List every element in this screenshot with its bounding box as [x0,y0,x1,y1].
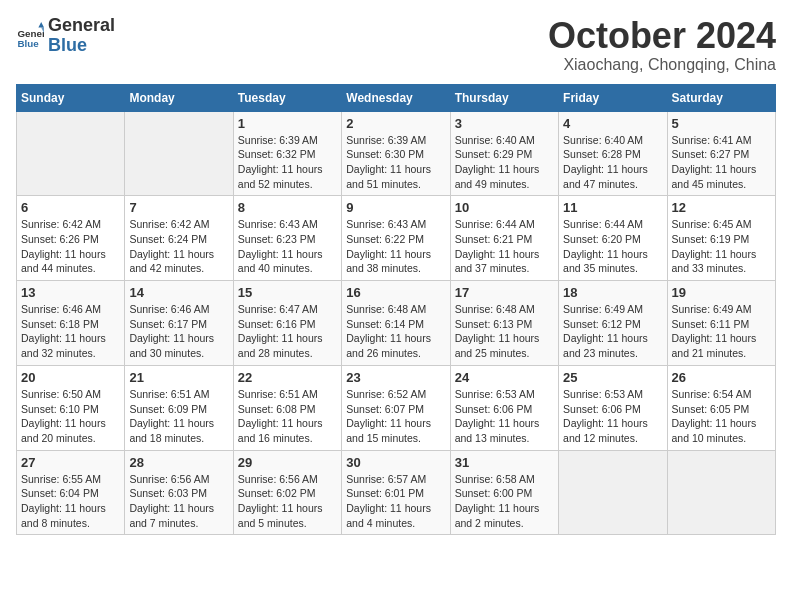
day-number: 10 [455,200,554,215]
calendar-cell: 4Sunrise: 6:40 AMSunset: 6:28 PMDaylight… [559,111,667,196]
day-info: Sunrise: 6:42 AMSunset: 6:24 PMDaylight:… [129,217,228,276]
day-info: Sunrise: 6:56 AMSunset: 6:03 PMDaylight:… [129,472,228,531]
day-number: 3 [455,116,554,131]
day-number: 11 [563,200,662,215]
calendar-cell: 3Sunrise: 6:40 AMSunset: 6:29 PMDaylight… [450,111,558,196]
calendar-cell: 29Sunrise: 6:56 AMSunset: 6:02 PMDayligh… [233,450,341,535]
day-number: 9 [346,200,445,215]
day-info: Sunrise: 6:57 AMSunset: 6:01 PMDaylight:… [346,472,445,531]
day-number: 26 [672,370,771,385]
day-number: 6 [21,200,120,215]
day-info: Sunrise: 6:49 AMSunset: 6:12 PMDaylight:… [563,302,662,361]
month-title: October 2024 [548,16,776,56]
calendar-cell: 22Sunrise: 6:51 AMSunset: 6:08 PMDayligh… [233,365,341,450]
title-area: October 2024 Xiaochang, Chongqing, China [548,16,776,74]
day-info: Sunrise: 6:39 AMSunset: 6:30 PMDaylight:… [346,133,445,192]
weekday-header-sunday: Sunday [17,84,125,111]
day-info: Sunrise: 6:42 AMSunset: 6:26 PMDaylight:… [21,217,120,276]
day-info: Sunrise: 6:40 AMSunset: 6:29 PMDaylight:… [455,133,554,192]
day-number: 30 [346,455,445,470]
day-info: Sunrise: 6:39 AMSunset: 6:32 PMDaylight:… [238,133,337,192]
weekday-header-row: SundayMondayTuesdayWednesdayThursdayFrid… [17,84,776,111]
day-info: Sunrise: 6:43 AMSunset: 6:22 PMDaylight:… [346,217,445,276]
logo-blue: Blue [48,36,115,56]
calendar-cell [667,450,775,535]
svg-text:Blue: Blue [17,38,39,49]
weekday-header-friday: Friday [559,84,667,111]
weekday-header-thursday: Thursday [450,84,558,111]
day-number: 7 [129,200,228,215]
calendar-cell: 24Sunrise: 6:53 AMSunset: 6:06 PMDayligh… [450,365,558,450]
day-info: Sunrise: 6:50 AMSunset: 6:10 PMDaylight:… [21,387,120,446]
day-info: Sunrise: 6:48 AMSunset: 6:14 PMDaylight:… [346,302,445,361]
calendar-cell: 2Sunrise: 6:39 AMSunset: 6:30 PMDaylight… [342,111,450,196]
day-info: Sunrise: 6:43 AMSunset: 6:23 PMDaylight:… [238,217,337,276]
day-info: Sunrise: 6:54 AMSunset: 6:05 PMDaylight:… [672,387,771,446]
calendar-cell: 18Sunrise: 6:49 AMSunset: 6:12 PMDayligh… [559,281,667,366]
weekday-header-monday: Monday [125,84,233,111]
calendar-cell: 19Sunrise: 6:49 AMSunset: 6:11 PMDayligh… [667,281,775,366]
day-number: 15 [238,285,337,300]
calendar-cell: 28Sunrise: 6:56 AMSunset: 6:03 PMDayligh… [125,450,233,535]
day-info: Sunrise: 6:52 AMSunset: 6:07 PMDaylight:… [346,387,445,446]
day-info: Sunrise: 6:45 AMSunset: 6:19 PMDaylight:… [672,217,771,276]
day-info: Sunrise: 6:46 AMSunset: 6:18 PMDaylight:… [21,302,120,361]
logo: General Blue General Blue [16,16,115,56]
calendar-cell: 20Sunrise: 6:50 AMSunset: 6:10 PMDayligh… [17,365,125,450]
calendar-week-5: 27Sunrise: 6:55 AMSunset: 6:04 PMDayligh… [17,450,776,535]
day-number: 23 [346,370,445,385]
calendar-cell [125,111,233,196]
calendar-week-2: 6Sunrise: 6:42 AMSunset: 6:26 PMDaylight… [17,196,776,281]
calendar-cell [17,111,125,196]
day-number: 20 [21,370,120,385]
calendar-cell: 23Sunrise: 6:52 AMSunset: 6:07 PMDayligh… [342,365,450,450]
day-number: 4 [563,116,662,131]
calendar-cell: 11Sunrise: 6:44 AMSunset: 6:20 PMDayligh… [559,196,667,281]
calendar-cell: 26Sunrise: 6:54 AMSunset: 6:05 PMDayligh… [667,365,775,450]
weekday-header-tuesday: Tuesday [233,84,341,111]
day-number: 27 [21,455,120,470]
day-number: 21 [129,370,228,385]
day-info: Sunrise: 6:44 AMSunset: 6:21 PMDaylight:… [455,217,554,276]
calendar-cell: 30Sunrise: 6:57 AMSunset: 6:01 PMDayligh… [342,450,450,535]
day-info: Sunrise: 6:47 AMSunset: 6:16 PMDaylight:… [238,302,337,361]
day-number: 8 [238,200,337,215]
day-number: 2 [346,116,445,131]
calendar-cell: 1Sunrise: 6:39 AMSunset: 6:32 PMDaylight… [233,111,341,196]
calendar-cell: 5Sunrise: 6:41 AMSunset: 6:27 PMDaylight… [667,111,775,196]
day-number: 5 [672,116,771,131]
day-number: 24 [455,370,554,385]
header: General Blue General Blue October 2024 X… [16,16,776,74]
logo-general: General [48,16,115,36]
day-number: 28 [129,455,228,470]
weekday-header-saturday: Saturday [667,84,775,111]
day-info: Sunrise: 6:49 AMSunset: 6:11 PMDaylight:… [672,302,771,361]
day-number: 14 [129,285,228,300]
calendar-cell: 16Sunrise: 6:48 AMSunset: 6:14 PMDayligh… [342,281,450,366]
day-number: 19 [672,285,771,300]
calendar-cell: 14Sunrise: 6:46 AMSunset: 6:17 PMDayligh… [125,281,233,366]
calendar-week-4: 20Sunrise: 6:50 AMSunset: 6:10 PMDayligh… [17,365,776,450]
day-info: Sunrise: 6:58 AMSunset: 6:00 PMDaylight:… [455,472,554,531]
day-info: Sunrise: 6:51 AMSunset: 6:08 PMDaylight:… [238,387,337,446]
day-info: Sunrise: 6:56 AMSunset: 6:02 PMDaylight:… [238,472,337,531]
day-info: Sunrise: 6:55 AMSunset: 6:04 PMDaylight:… [21,472,120,531]
calendar-cell [559,450,667,535]
calendar-cell: 13Sunrise: 6:46 AMSunset: 6:18 PMDayligh… [17,281,125,366]
day-number: 1 [238,116,337,131]
day-info: Sunrise: 6:53 AMSunset: 6:06 PMDaylight:… [455,387,554,446]
calendar-cell: 15Sunrise: 6:47 AMSunset: 6:16 PMDayligh… [233,281,341,366]
location-subtitle: Xiaochang, Chongqing, China [548,56,776,74]
calendar-cell: 12Sunrise: 6:45 AMSunset: 6:19 PMDayligh… [667,196,775,281]
calendar-cell: 27Sunrise: 6:55 AMSunset: 6:04 PMDayligh… [17,450,125,535]
day-info: Sunrise: 6:40 AMSunset: 6:28 PMDaylight:… [563,133,662,192]
calendar-cell: 7Sunrise: 6:42 AMSunset: 6:24 PMDaylight… [125,196,233,281]
svg-marker-2 [38,22,44,28]
calendar-cell: 8Sunrise: 6:43 AMSunset: 6:23 PMDaylight… [233,196,341,281]
day-info: Sunrise: 6:46 AMSunset: 6:17 PMDaylight:… [129,302,228,361]
calendar-cell: 9Sunrise: 6:43 AMSunset: 6:22 PMDaylight… [342,196,450,281]
day-info: Sunrise: 6:48 AMSunset: 6:13 PMDaylight:… [455,302,554,361]
calendar-cell: 6Sunrise: 6:42 AMSunset: 6:26 PMDaylight… [17,196,125,281]
calendar-cell: 31Sunrise: 6:58 AMSunset: 6:00 PMDayligh… [450,450,558,535]
day-info: Sunrise: 6:41 AMSunset: 6:27 PMDaylight:… [672,133,771,192]
